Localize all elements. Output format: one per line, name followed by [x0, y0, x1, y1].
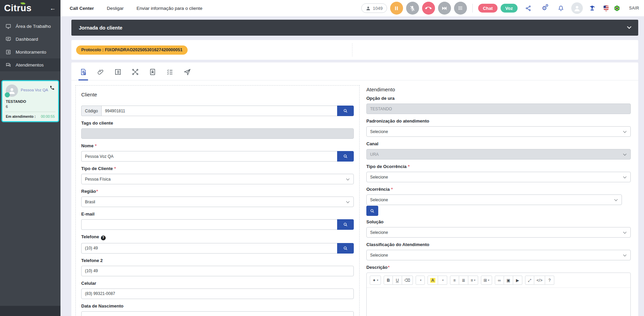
required-star: * [114, 166, 116, 171]
tab-send-icon[interactable] [184, 68, 191, 76]
regiao-select[interactable]: Brasil [81, 197, 354, 207]
tags-input [81, 128, 354, 139]
editor-color-button[interactable]: A [428, 276, 438, 285]
telefone-input[interactable] [81, 243, 337, 254]
editor-unordered-list-button[interactable]: ≡ [450, 276, 459, 285]
editor-bold-button[interactable]: B [384, 276, 393, 285]
classificacao-select[interactable]: Selecione [366, 250, 631, 260]
editor-link-button[interactable]: ∞ [495, 276, 504, 285]
list-icon [5, 49, 11, 55]
mute-button[interactable] [406, 2, 419, 15]
user-avatar[interactable] [571, 2, 583, 14]
search-icon [343, 246, 348, 251]
editor-font-family-button[interactable]: ▾ [416, 276, 425, 285]
editor-fullscreen-button[interactable]: ⤢ [525, 276, 534, 285]
chevron-down-icon [623, 230, 627, 234]
descricao-label: Descrição* [366, 265, 631, 270]
hangup-button[interactable] [422, 2, 435, 15]
voice-channel-pill[interactable]: Voz [501, 4, 518, 13]
descricao-editor-body[interactable] [367, 288, 630, 316]
ocorrencia-search-button[interactable] [366, 206, 378, 216]
padronizacao-select[interactable]: Selecione [366, 126, 631, 137]
celular-input[interactable] [81, 289, 354, 299]
divider [472, 4, 473, 13]
active-call-card[interactable]: Pessoa Voz QA TESTANDO 6 Em atendimento … [1, 80, 59, 122]
sidebar-item-monitoramento[interactable]: Monitoramento [0, 45, 60, 58]
logout-link[interactable]: SAIR [629, 6, 639, 11]
tipo-ocorrencia-select[interactable]: Selecione [366, 172, 631, 182]
telefone2-input[interactable] [81, 266, 354, 276]
solucao-value: Selecione [370, 230, 388, 235]
bold-icon: B [387, 278, 390, 283]
chat-channel-pill[interactable]: Chat [478, 4, 498, 13]
editor-style-magic-button[interactable]: ✦▾ [370, 276, 381, 285]
transfer-forward-button[interactable] [438, 2, 451, 15]
editor-ordered-list-button[interactable]: ≣ [459, 276, 468, 285]
editor-clear-format-button[interactable]: ⌫ [402, 276, 413, 285]
us-flag-icon[interactable] [603, 5, 610, 12]
editor-video-button[interactable]: ▶ [513, 276, 522, 285]
chevron-down-icon [346, 177, 350, 181]
editor-picture-button[interactable]: ▣ [504, 276, 513, 285]
gears-icon[interactable]: ⚙⚙ [540, 5, 549, 11]
codigo-input[interactable] [101, 106, 337, 116]
help-icon[interactable]: ? [101, 236, 106, 240]
share-nodes-icon[interactable] [524, 5, 533, 12]
field-telefone2: Telefone 2 [81, 258, 354, 276]
field-codigo: Código [81, 106, 354, 116]
sidebar-item-area-de-trabalho[interactable]: Área de Trabalho [0, 20, 60, 33]
field-celular: Celular [81, 281, 354, 299]
nome-input[interactable] [81, 151, 337, 162]
email-search-button[interactable] [337, 219, 354, 230]
editor-toolbar-group: ≡≣≡▾ [450, 276, 478, 285]
chevron-down-icon [346, 200, 350, 203]
tab-script-tree-icon[interactable] [132, 68, 139, 76]
tutor-graduation-icon[interactable] [588, 5, 597, 12]
notifications-bell-icon[interactable] [557, 5, 565, 12]
nome-search-button[interactable] [337, 151, 354, 162]
form-panels: Cliente Código Tags do cliente No [71, 80, 638, 316]
editor-help-button[interactable]: ? [545, 276, 554, 285]
monitor-icon [5, 23, 11, 29]
data-nascimento-input[interactable] [81, 311, 354, 316]
tipo-cliente-select[interactable]: Pessoa Física [81, 174, 354, 184]
caller-name: Pessoa Voz QA [21, 88, 48, 92]
tab-form-icon[interactable] [114, 68, 122, 76]
ocorrencia-select[interactable]: Selecione [366, 194, 622, 205]
telefone2-label: Telefone 2 [81, 258, 354, 263]
brazil-flag-icon[interactable] [613, 5, 621, 12]
phone-icon[interactable] [50, 85, 55, 92]
menu-enviar-informacao[interactable]: Enviar informação para o cliente [137, 6, 203, 11]
caret-down-icon: ▾ [488, 279, 489, 282]
sidebar-item-dashboard[interactable]: Dashboard [0, 33, 60, 45]
tab-checklist-icon[interactable] [166, 68, 174, 76]
editor-table-button[interactable]: ⊞▾ [481, 276, 492, 285]
telefone-search-button[interactable] [337, 243, 354, 254]
protocol-badge: Protocolo : FIXOPADRAO202505301627420000… [76, 45, 188, 55]
opcao-ura-label: Opção de ura [366, 96, 631, 101]
email-input[interactable] [81, 219, 337, 230]
regiao-label: Região* [81, 189, 354, 194]
dialpad-button[interactable] [454, 2, 467, 15]
agent-extension-pill[interactable]: 1049 [361, 3, 387, 13]
editor-underline-button[interactable]: U [393, 276, 402, 285]
tab-contact-book-icon[interactable] [149, 68, 156, 76]
solucao-select[interactable]: Selecione [366, 227, 631, 238]
picture-icon: ▣ [506, 278, 510, 283]
journey-accordion-bar[interactable]: Jornada do cliente [71, 20, 638, 36]
menu-call-center[interactable]: Call Center [70, 6, 94, 11]
sidebar-item-atendimentos[interactable]: Atendimentos [0, 58, 60, 71]
sidebar-collapse-arrow-icon[interactable]: ← [50, 5, 56, 12]
required-star: * [391, 187, 393, 192]
editor-color-more-button[interactable]: ▾ [438, 276, 447, 285]
tab-attachments-icon[interactable] [97, 68, 104, 76]
codigo-search-button[interactable] [337, 106, 354, 116]
tab-client-record-icon[interactable] [80, 68, 87, 76]
field-opcao-ura: Opção de ura [366, 96, 631, 114]
editor-paragraph-align-button[interactable]: ≡▾ [468, 276, 478, 285]
editor-code-view-button[interactable]: </> [534, 276, 545, 285]
field-solucao: Solução Selecione [366, 219, 631, 238]
menu-desligar[interactable]: Desligar [107, 6, 124, 11]
pause-call-button[interactable] [390, 2, 403, 15]
topbar-controls: 1049 Chat Voz ⚙⚙ [361, 2, 639, 15]
